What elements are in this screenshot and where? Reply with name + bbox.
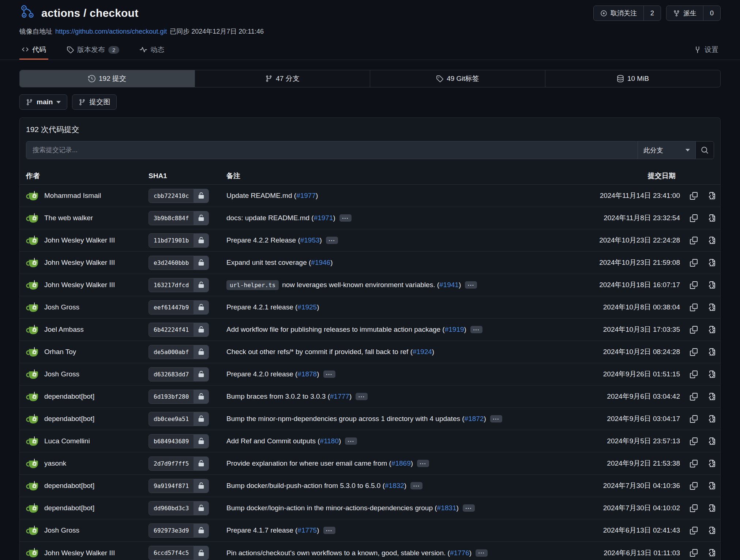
issue-link[interactable]: #1869 [391, 459, 411, 467]
commit-sha-button[interactable]: cbb722410c [149, 189, 209, 203]
stat-commits[interactable]: 192 提交 [20, 70, 195, 87]
view-file-at-commit-icon[interactable] [707, 326, 715, 334]
issue-link[interactable]: #1924 [413, 348, 432, 356]
commit-sha-button[interactable]: db0cee9a51 [149, 412, 209, 426]
copy-sha-icon[interactable] [690, 192, 698, 200]
avatar[interactable] [26, 457, 40, 470]
issue-link[interactable]: #1941 [439, 281, 459, 289]
issue-link[interactable]: #1872 [465, 415, 484, 422]
view-file-at-commit-icon[interactable] [707, 415, 715, 423]
copy-sha-icon[interactable] [690, 304, 698, 311]
issue-link[interactable]: #1180 [320, 437, 339, 445]
commit-sha-button[interactable]: b684943689 [149, 434, 209, 448]
expand-commit-message-button[interactable]: ··· [465, 281, 477, 289]
commit-sha-button[interactable]: 2d7d9f7ff5 [149, 456, 209, 471]
copy-sha-icon[interactable] [690, 393, 698, 401]
unwatch-button[interactable]: 取消关注 2 [593, 5, 661, 21]
branch-selector[interactable]: main [19, 94, 67, 110]
view-file-at-commit-icon[interactable] [707, 549, 715, 557]
issue-link[interactable]: #1971 [314, 214, 333, 222]
copy-sha-icon[interactable] [690, 237, 698, 244]
expand-commit-message-button[interactable]: ··· [326, 237, 338, 244]
avatar[interactable] [26, 189, 40, 203]
commit-sha-button[interactable]: dd960bd3c3 [149, 501, 209, 515]
issue-link[interactable]: #1775 [297, 526, 317, 534]
copy-sha-icon[interactable] [690, 326, 698, 334]
tab-code[interactable]: 代码 [19, 41, 48, 60]
tab-settings[interactable]: 设置 [692, 41, 721, 60]
issue-link[interactable]: #1946 [311, 259, 330, 266]
copy-sha-icon[interactable] [690, 527, 698, 534]
avatar[interactable] [26, 323, 40, 337]
view-file-at-commit-icon[interactable] [707, 304, 715, 311]
commit-sha-button[interactable]: 692973e3d9 [149, 523, 209, 538]
issue-link[interactable]: #1919 [445, 326, 464, 333]
issue-link[interactable]: #1925 [297, 303, 317, 311]
avatar[interactable] [26, 234, 40, 247]
expand-commit-message-button[interactable]: ··· [463, 504, 475, 512]
mirror-url-link[interactable]: https://github.com/actions/checkout.git [55, 28, 167, 35]
expand-commit-message-button[interactable]: ··· [345, 437, 357, 445]
watchers-count[interactable]: 2 [643, 6, 661, 20]
view-file-at-commit-icon[interactable] [707, 527, 715, 534]
copy-sha-icon[interactable] [690, 259, 698, 267]
copy-sha-icon[interactable] [690, 415, 698, 423]
copy-sha-icon[interactable] [690, 504, 698, 512]
avatar[interactable] [26, 256, 40, 270]
expand-commit-message-button[interactable]: ··· [490, 415, 502, 422]
commit-graph-button[interactable]: 提交图 [72, 94, 117, 110]
copy-sha-icon[interactable] [690, 214, 698, 222]
view-file-at-commit-icon[interactable] [707, 237, 715, 244]
expand-commit-message-button[interactable]: ··· [410, 482, 422, 489]
commit-sha-button[interactable]: 163217dfcd [149, 278, 209, 292]
tab-releases[interactable]: 版本发布 2 [64, 41, 121, 60]
avatar[interactable] [26, 211, 40, 225]
copy-sha-icon[interactable] [690, 348, 698, 356]
search-input[interactable] [26, 142, 638, 159]
commit-sha-button[interactable]: 6b42224f41 [149, 323, 209, 337]
avatar[interactable] [26, 546, 40, 560]
avatar[interactable] [26, 301, 40, 314]
stat-tags[interactable]: 49 Git标签 [370, 70, 545, 87]
avatar[interactable] [26, 390, 40, 403]
expand-commit-message-button[interactable]: ··· [323, 527, 335, 534]
expand-commit-message-button[interactable]: ··· [339, 214, 352, 222]
search-button[interactable] [695, 142, 714, 159]
issue-link[interactable]: #1777 [330, 392, 349, 400]
avatar[interactable] [26, 435, 40, 448]
expand-commit-message-button[interactable]: ··· [470, 326, 482, 333]
forks-count[interactable]: 0 [703, 6, 720, 20]
expand-commit-message-button[interactable]: ··· [417, 460, 429, 467]
avatar[interactable] [26, 524, 40, 537]
stat-branches[interactable]: 47 分支 [195, 70, 370, 87]
avatar[interactable] [26, 278, 40, 292]
issue-link[interactable]: #1878 [297, 370, 317, 378]
expand-commit-message-button[interactable]: ··· [476, 549, 488, 557]
copy-sha-icon[interactable] [690, 460, 698, 467]
copy-sha-icon[interactable] [690, 482, 698, 490]
fork-button[interactable]: 派生 0 [666, 5, 721, 21]
view-file-at-commit-icon[interactable] [707, 192, 715, 200]
view-file-at-commit-icon[interactable] [707, 482, 715, 490]
avatar[interactable] [26, 412, 40, 426]
view-file-at-commit-icon[interactable] [707, 259, 715, 267]
view-file-at-commit-icon[interactable] [707, 281, 715, 289]
view-file-at-commit-icon[interactable] [707, 437, 715, 445]
avatar[interactable] [26, 368, 40, 381]
view-file-at-commit-icon[interactable] [707, 371, 715, 378]
avatar[interactable] [26, 501, 40, 515]
branch-filter-dropdown[interactable]: 此分支 [638, 142, 695, 159]
issue-link[interactable]: #1953 [300, 236, 320, 244]
commit-sha-button[interactable]: eef61447b9 [149, 300, 209, 315]
commit-sha-button[interactable]: 11bd71901b [149, 233, 209, 248]
copy-sha-icon[interactable] [690, 437, 698, 445]
expand-commit-message-button[interactable]: ··· [356, 393, 368, 400]
view-file-at-commit-icon[interactable] [707, 214, 715, 222]
copy-sha-icon[interactable] [690, 281, 698, 289]
avatar[interactable] [26, 479, 40, 493]
issue-link[interactable]: #1977 [296, 192, 316, 199]
commit-sha-button[interactable]: 9a9194f871 [149, 479, 209, 493]
stat-size[interactable]: 10 MiB [545, 70, 720, 87]
copy-sha-icon[interactable] [690, 371, 698, 378]
commit-sha-button[interactable]: d632683dd7 [149, 367, 209, 382]
